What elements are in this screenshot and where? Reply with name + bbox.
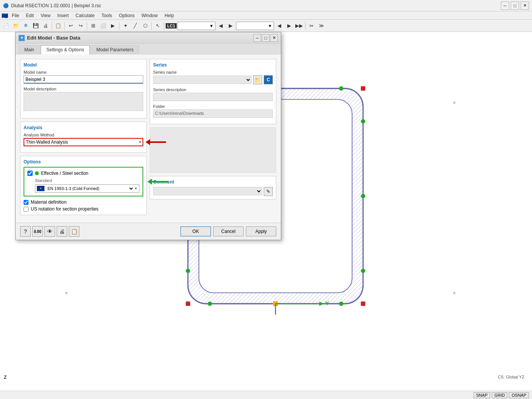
model-desc-textarea[interactable] (24, 92, 143, 111)
red-arrow-indicator (146, 139, 166, 145)
dialog-title: Edit Model - Base Data (27, 35, 80, 41)
open-button[interactable]: 📁 (11, 21, 21, 30)
copy-btn[interactable]: 📋 (69, 226, 79, 237)
effective-steel-box: Effective / Steel section Standard ★ EN … (24, 167, 143, 196)
print-button[interactable]: 🖨 (41, 21, 50, 30)
line-button[interactable]: ╱ (131, 21, 140, 30)
series-section-title: Series (153, 62, 273, 68)
status-bar: SNAP GRID OSNAP (0, 391, 532, 399)
dialog-minimize[interactable]: ─ (253, 34, 261, 42)
comment-select[interactable] (153, 187, 262, 195)
close-button[interactable]: ✕ (521, 2, 529, 10)
lc-prev[interactable]: ◀ (216, 21, 225, 30)
dialog-close[interactable]: ✕ (270, 34, 278, 42)
calc-button[interactable]: ▶ (108, 21, 117, 30)
material-def-row: Material definition (24, 200, 143, 205)
model-name-input[interactable] (24, 75, 143, 84)
osnap-badge[interactable]: OSNAP (509, 392, 529, 398)
res-all[interactable]: ▶▶ (294, 21, 304, 30)
maximize-button[interactable]: □ (511, 2, 519, 10)
cs-label: CS: Global YZ (498, 375, 524, 379)
snap-badge[interactable]: SNAP (473, 392, 490, 398)
menu-insert[interactable]: Insert (54, 12, 72, 19)
svg-point-20 (361, 269, 366, 273)
red-arrow-head (146, 139, 150, 145)
standard-select[interactable]: EN 1993-1-3 (Cold Formed) EN 1993-1-1 AI… (46, 186, 134, 191)
save-button[interactable]: 💾 (31, 21, 40, 30)
point-button[interactable]: ✦ (121, 21, 130, 30)
dialog-title-text: ✦ Edit Model - Base Data (19, 35, 80, 41)
dialog-controls[interactable]: ─ □ ✕ (253, 34, 278, 42)
model-desc-label: Model description (24, 87, 143, 91)
svg-rect-22 (361, 86, 366, 91)
tab-settings[interactable]: Settings & Options (41, 45, 90, 54)
view-btn[interactable]: 👁 (44, 226, 55, 237)
svg-rect-24 (361, 301, 366, 306)
model-section-title: Model (24, 62, 143, 68)
view-button[interactable]: ⬜ (98, 21, 108, 30)
tab-model-params[interactable]: Model Parameters (90, 45, 139, 54)
print-btn[interactable]: 🖨 (57, 226, 67, 237)
res-prev[interactable]: ◀ (275, 21, 284, 30)
undo-button[interactable]: ↩ (66, 21, 75, 30)
analysis-method-select[interactable]: Thin-Walled Analysis Full Analysis Simpl… (24, 138, 143, 146)
menu-help[interactable]: Help (162, 12, 177, 19)
model-name-group: Model name (24, 70, 143, 84)
right-column: Series Series name 📁 C Series descriptio… (150, 59, 276, 218)
calc-zero-btn[interactable]: 0.00 (32, 226, 43, 237)
cancel-button[interactable]: Cancel (213, 226, 244, 236)
select-button[interactable]: ↖ (153, 21, 162, 30)
apply-button[interactable]: Apply (246, 226, 276, 236)
series-name-select[interactable] (153, 76, 252, 84)
menu-options[interactable]: Options (116, 12, 138, 19)
comment-input-row: ✎ (153, 187, 273, 196)
grid-badge[interactable]: GRID (492, 392, 508, 398)
scissors-button[interactable]: ✂ (307, 21, 316, 30)
lc-dropdown[interactable]: ▼ (177, 22, 215, 30)
series-folder-btn[interactable]: 📁 (253, 75, 262, 84)
menu-view[interactable]: View (38, 12, 54, 19)
model-section: Model Model name Model description (20, 59, 147, 119)
title-bar-controls[interactable]: ─ □ ✕ (501, 2, 529, 10)
svg-point-18 (186, 269, 190, 273)
help-button[interactable]: ? (20, 226, 31, 237)
more-button[interactable]: ≫ (317, 21, 326, 30)
flag-icon: 🇪🇺 (2, 13, 8, 19)
menu-window[interactable]: Window (138, 12, 161, 19)
us-notation-row: US notation for section properties (24, 206, 143, 212)
res-next[interactable]: ▶ (285, 21, 294, 30)
menu-file[interactable]: File (9, 12, 22, 19)
minimize-button[interactable]: ─ (501, 2, 509, 10)
standard-select-wrapper: ★ EN 1993-1-3 (Cold Formed) EN 1993-1-1 … (35, 184, 139, 193)
dialog-title-bar: ✦ Edit Model - Base Data ─ □ ✕ (16, 32, 281, 44)
lc-next[interactable]: ▶ (226, 21, 235, 30)
grid-button[interactable]: ⊞ (89, 21, 98, 30)
menu-tools[interactable]: Tools (98, 12, 115, 19)
menu-edit[interactable]: Edit (23, 12, 37, 19)
sep7 (305, 22, 306, 30)
redo-button[interactable]: ↪ (76, 21, 85, 30)
copy-button[interactable]: 📋 (54, 21, 63, 30)
analysis-method-label: Analysis Method (24, 133, 143, 137)
comment-edit-btn[interactable]: ✎ (264, 187, 273, 196)
effective-steel-checkbox[interactable] (27, 171, 33, 176)
green-arrow-indicator (147, 179, 168, 185)
comment-section-title: Comment (153, 179, 273, 185)
us-notation-checkbox[interactable] (24, 207, 28, 212)
series-new-btn[interactable]: C (264, 75, 273, 84)
dialog-maximize[interactable]: □ (262, 34, 269, 42)
new-button[interactable]: 📄 (2, 21, 11, 30)
svg-point-14 (339, 86, 344, 91)
rsection-button[interactable]: R (21, 21, 30, 30)
menu-calculate[interactable]: Calculate (73, 12, 98, 19)
standard-label: Standard (35, 178, 139, 183)
result-dropdown[interactable]: ▼ (236, 22, 274, 30)
material-def-checkbox[interactable] (24, 200, 28, 205)
shape-button[interactable]: ⬡ (141, 21, 150, 30)
title-bar-left: 🔵 Dlubal RSECTION 1.02.0001 | Beispiel 3… (3, 3, 101, 8)
footer-left-buttons: ? 0.00 👁 🖨 📋 (20, 226, 79, 237)
tab-main[interactable]: Main (19, 45, 40, 54)
analysis-method-group: Analysis Method Thin-Walled Analysis Ful… (24, 133, 143, 146)
ok-button[interactable]: OK (180, 226, 211, 236)
svg-point-15 (207, 301, 212, 306)
